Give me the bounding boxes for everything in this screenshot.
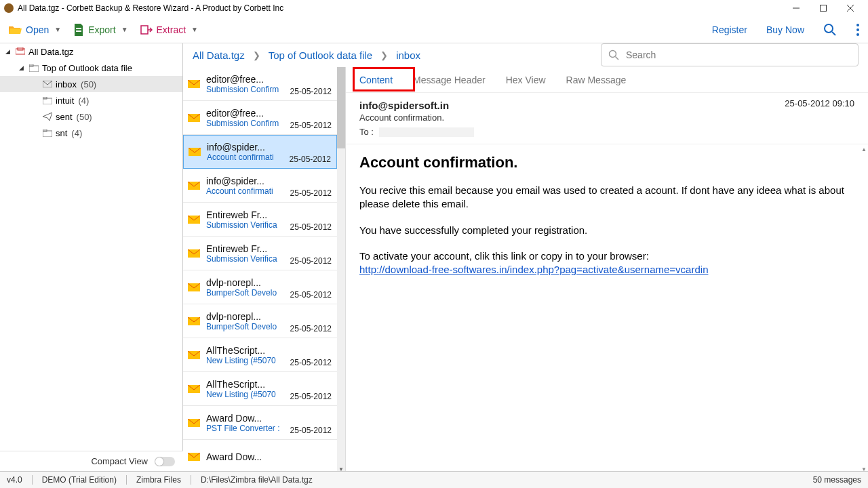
tab-hex-view[interactable]: Hex View [506,75,546,85]
maximize-button[interactable] [810,0,837,16]
list-item[interactable]: AllTheScript...New Listing (#507025-05-2… [183,372,337,406]
tree-item-sent[interactable]: sent (50) [0,108,182,125]
tab-content[interactable]: Content [359,75,393,85]
envelope-icon [187,419,201,427]
breadcrumb: All Data.tgz ❯ Top of Outlook data file … [193,49,420,61]
folder-icon [28,63,39,73]
list-subject: New Listing (#5070 [206,390,285,399]
search-icon[interactable] [823,23,837,37]
toolbar: Open ▼ Export ▼ Extract ▼ Register Buy N… [0,16,868,43]
to-value-redacted [379,127,474,137]
status-path: D:\Files\Zimbra file\All Data.tgz [201,475,313,485]
status-bar: v4.0 DEMO (Trial Edition) Zimbra Files D… [0,471,868,488]
envelope-icon [187,283,201,291]
list-item[interactable]: AllTheScript...New Listing (#507025-05-2… [183,338,337,372]
list-item[interactable]: Entireweb Fr...Submission Verifica25-05-… [183,203,337,237]
list-item[interactable]: info@spider...Account confirmati25-05-20… [183,169,337,203]
app-icon [4,3,14,13]
crumb-1[interactable]: Top of Outlook data file [269,49,372,61]
chevron-down-icon: ▼ [121,26,128,33]
close-button[interactable] [837,0,864,16]
search-input[interactable] [626,49,851,60]
compact-view-toggle[interactable] [155,457,175,466]
list-date: 25-05-2012 [290,290,332,304]
list-subject: Submission Confirm [206,119,285,128]
scroll-up-icon[interactable]: ▲ [860,144,868,154]
list-date: 25-05-2012 [290,87,332,100]
crumb-2[interactable]: inbox [396,49,420,61]
list-scrollbar[interactable]: ▲ ▼ [337,67,345,474]
chevron-down-icon: ▼ [54,26,61,33]
folder-icon [42,96,53,105]
export-icon [73,24,84,36]
list-item[interactable]: Entireweb Fr...Submission Verifica25-05-… [183,237,337,270]
activation-link[interactable]: http://download-free-softwares.in/index.… [359,264,708,275]
svg-line-8 [832,32,835,35]
list-subject: Submission Verifica [206,220,285,230]
open-label: Open [26,24,49,35]
extract-button[interactable]: Extract ▼ [140,24,198,35]
list-from: Entireweb Fr... [206,209,285,220]
list-date: 25-05-2012 [290,324,332,338]
message-body[interactable]: Account confirmation. You recive this em… [346,144,868,474]
message-from: info@spidersoft.in [359,100,854,111]
list-item[interactable]: dvlp-norepl...BumperSoft Develo25-05-201… [183,270,337,304]
list-item[interactable]: dvlp-norepl...BumperSoft Develo25-05-201… [183,304,337,338]
body-p1: You recive this email because you email … [359,184,854,211]
tree-item-inbox[interactable]: inbox (50) [0,76,182,92]
tree-item-snt[interactable]: snt (4) [0,125,182,141]
body-scrollbar[interactable]: ▲ ▼ [860,144,868,474]
register-link[interactable]: Register [712,24,747,35]
search-box[interactable] [601,43,859,66]
tree-top[interactable]: ◢ Top of Outlook data file [0,60,182,76]
export-button[interactable]: Export ▼ [73,24,127,36]
list-item[interactable]: Award Dow... [183,440,337,474]
tree-root[interactable]: ◢ All Data.tgz [0,43,182,60]
expand-icon[interactable]: ◢ [19,64,26,71]
envelope-icon [187,114,201,122]
minimize-button[interactable] [783,0,810,16]
list-date: 25-05-2012 [290,188,332,202]
list-item[interactable]: info@spider...Account confirmati25-05-20… [183,135,337,169]
titlebar: All Data.tgz - Corbett Backup & Restore … [0,0,868,16]
svg-rect-1 [821,5,827,12]
archive-icon [15,47,26,56]
extract-icon [140,24,153,35]
list-date: 25-05-2012 [290,358,332,371]
expand-icon[interactable]: ◢ [5,48,12,55]
more-menu-icon[interactable] [856,23,860,37]
list-item[interactable]: editor@free...Submission Confirm25-05-20… [183,67,337,101]
list-item[interactable]: editor@free...Submission Confirm25-05-20… [183,101,337,135]
email-list: editor@free...Submission Confirm25-05-20… [183,67,346,474]
list-from: Award Dow... [206,413,285,424]
scroll-thumb[interactable] [337,67,345,148]
body-heading: Account confirmation. [359,154,854,171]
chevron-right-icon: ❯ [253,50,260,60]
open-button[interactable]: Open ▼ [8,24,61,35]
sent-icon [42,112,53,121]
to-label: To : [359,127,374,137]
svg-line-22 [616,57,619,60]
status-mode: Zimbra Files [136,475,181,485]
status-count: 50 messages [813,475,861,485]
preview-tabs: Content Message Header Hex View Raw Mess… [346,67,868,93]
svg-rect-6 [141,26,148,34]
list-item[interactable]: Award Dow...PST File Converter :25-05-20… [183,406,337,440]
crumb-0[interactable]: All Data.tgz [193,49,245,61]
folder-icon [42,128,53,138]
folder-tree[interactable]: ◢ All Data.tgz ◢ Top of Outlook data fil… [0,43,183,471]
folder-open-icon [8,24,22,35]
tree-item-intuit[interactable]: intuit (4) [0,92,182,108]
preview-pane: Content Message Header Hex View Raw Mess… [346,67,868,474]
list-from: AllTheScript... [206,345,285,356]
buy-now-link[interactable]: Buy Now [766,24,804,35]
envelope-icon [188,148,201,156]
list-subject: Submission Verifica [206,254,285,264]
tab-message-header[interactable]: Message Header [413,75,486,85]
tab-raw-message[interactable]: Raw Message [566,75,627,85]
list-subject: Submission Confirm [206,85,285,94]
compact-view-label: Compact View [91,456,148,466]
envelope-icon [187,182,201,190]
list-from: dvlp-norepl... [206,311,285,322]
chevron-down-icon: ▼ [191,26,198,33]
